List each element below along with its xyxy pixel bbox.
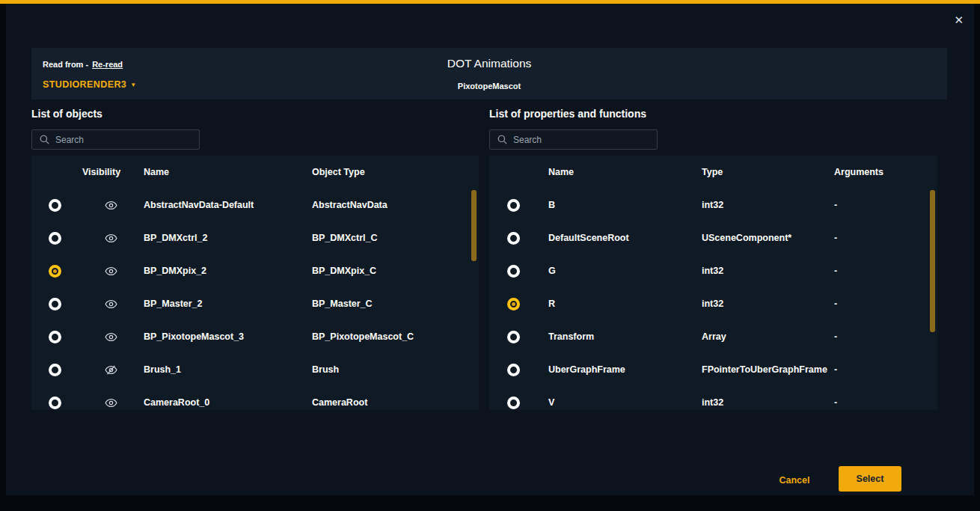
property-type: int32 bbox=[702, 266, 834, 276]
property-type: USceneComponent* bbox=[702, 233, 834, 243]
radio-button[interactable] bbox=[49, 298, 61, 310]
table-row[interactable]: BP_DMXpix_2 BP_DMXpix_C bbox=[31, 254, 479, 287]
radio-button[interactable] bbox=[49, 397, 61, 409]
visibility-icon[interactable] bbox=[105, 265, 117, 278]
column-header-type: Type bbox=[702, 167, 834, 177]
cancel-button[interactable]: Cancel bbox=[768, 471, 821, 489]
object-name: AbstractNavData-Default bbox=[144, 200, 312, 210]
property-type: int32 bbox=[702, 299, 834, 309]
radio-button[interactable] bbox=[49, 331, 61, 343]
properties-table-header: Name Type Arguments bbox=[489, 156, 937, 189]
property-type: int32 bbox=[702, 397, 834, 408]
property-name: DefaultSceneRoot bbox=[537, 233, 702, 243]
radio-button[interactable] bbox=[507, 364, 520, 376]
properties-panel-heading: List of properties and functions bbox=[489, 108, 646, 120]
column-header-name: Name bbox=[144, 167, 312, 177]
table-row[interactable]: AbstractNavData-Default AbstractNavData bbox=[31, 189, 479, 221]
column-header-object-type: Object Type bbox=[312, 167, 479, 177]
dot-animations-dialog: ✕ Read from -Re-read STUDIORENDER3▼ DOT … bbox=[6, 4, 974, 495]
property-arguments: - bbox=[834, 299, 937, 309]
dialog-title: DOT Animations bbox=[31, 57, 947, 70]
property-name: UberGraphFrame bbox=[537, 364, 702, 375]
visibility-icon[interactable] bbox=[105, 199, 117, 212]
property-name: Transform bbox=[537, 331, 702, 342]
visibility-icon[interactable] bbox=[105, 331, 117, 343]
table-row[interactable]: BP_Master_2 BP_Master_C bbox=[31, 287, 479, 320]
property-type: FPointerToUberGraphFrame bbox=[702, 364, 834, 375]
visibility-icon[interactable] bbox=[105, 397, 117, 409]
property-arguments: - bbox=[834, 200, 937, 210]
properties-search[interactable] bbox=[489, 129, 658, 150]
objects-panel-heading: List of objects bbox=[31, 108, 102, 120]
property-arguments: - bbox=[834, 233, 937, 243]
object-type: BP_DMXctrl_C bbox=[312, 233, 479, 243]
scrollbar[interactable] bbox=[471, 190, 477, 261]
column-header-arguments: Arguments bbox=[834, 167, 937, 177]
properties-search-input[interactable] bbox=[513, 135, 650, 145]
objects-search-input[interactable] bbox=[55, 135, 192, 145]
table-row[interactable]: G int32 - bbox=[489, 254, 937, 287]
table-row[interactable]: Brush_1 Brush bbox=[31, 353, 479, 386]
objects-table: Visibility Name Object Type AbstractNavD… bbox=[31, 156, 479, 410]
visibility-hidden-icon[interactable] bbox=[105, 364, 117, 376]
property-arguments: - bbox=[834, 331, 937, 342]
object-type: CameraRoot bbox=[312, 397, 479, 408]
dialog-subtitle: PixotopeMascot bbox=[31, 82, 947, 91]
object-name: BP_PixotopeMascot_3 bbox=[144, 331, 312, 342]
property-arguments: - bbox=[834, 364, 937, 375]
radio-button[interactable] bbox=[49, 364, 61, 376]
column-header-visibility: Visibility bbox=[78, 167, 144, 177]
object-name: BP_DMXpix_2 bbox=[144, 266, 312, 276]
radio-button[interactable] bbox=[507, 397, 520, 409]
column-header-name: Name bbox=[537, 167, 702, 177]
table-row[interactable]: CameraRoot_0 CameraRoot bbox=[31, 386, 479, 410]
radio-button[interactable] bbox=[49, 199, 61, 212]
properties-table: Name Type Arguments B int32 - DefaultSce… bbox=[489, 156, 937, 410]
object-name: Brush_1 bbox=[144, 364, 312, 375]
property-name: G bbox=[537, 266, 702, 276]
dialog-header: Read from -Re-read STUDIORENDER3▼ DOT An… bbox=[31, 48, 947, 100]
screen: ✕ Read from -Re-read STUDIORENDER3▼ DOT … bbox=[0, 0, 980, 511]
objects-table-header: Visibility Name Object Type bbox=[31, 156, 479, 189]
search-icon bbox=[497, 134, 508, 145]
property-name: B bbox=[537, 200, 702, 210]
object-type: BP_Master_C bbox=[312, 299, 479, 309]
property-name: R bbox=[537, 299, 702, 309]
property-arguments: - bbox=[834, 266, 937, 276]
table-row[interactable]: UberGraphFrame FPointerToUberGraphFrame … bbox=[489, 353, 937, 386]
table-row[interactable]: BP_DMXctrl_2 BP_DMXctrl_C bbox=[31, 221, 479, 254]
object-type: BP_DMXpix_C bbox=[312, 266, 479, 276]
search-icon bbox=[39, 134, 50, 145]
object-name: CameraRoot_0 bbox=[144, 397, 312, 408]
object-name: BP_Master_2 bbox=[144, 299, 312, 309]
radio-button[interactable] bbox=[507, 232, 520, 245]
radio-button[interactable] bbox=[507, 265, 520, 278]
object-type: AbstractNavData bbox=[312, 200, 479, 210]
table-row[interactable]: V int32 - bbox=[489, 386, 937, 410]
table-row[interactable]: R int32 - bbox=[489, 287, 937, 320]
table-row[interactable]: B int32 - bbox=[489, 189, 937, 221]
radio-button[interactable] bbox=[49, 232, 61, 245]
select-button[interactable]: Select bbox=[839, 466, 901, 492]
table-row[interactable]: Transform Array - bbox=[489, 320, 937, 353]
object-type: Brush bbox=[312, 364, 479, 375]
objects-search[interactable] bbox=[31, 129, 200, 150]
table-row[interactable]: DefaultSceneRoot USceneComponent* - bbox=[489, 221, 937, 254]
radio-button[interactable] bbox=[507, 199, 520, 212]
visibility-icon[interactable] bbox=[105, 298, 117, 310]
property-arguments: - bbox=[834, 397, 937, 408]
property-type: int32 bbox=[702, 200, 834, 210]
radio-button[interactable] bbox=[507, 331, 520, 343]
scrollbar[interactable] bbox=[930, 190, 935, 332]
radio-button[interactable] bbox=[49, 265, 61, 278]
visibility-icon[interactable] bbox=[105, 232, 117, 245]
object-name: BP_DMXctrl_2 bbox=[144, 233, 312, 243]
close-icon[interactable]: ✕ bbox=[954, 14, 964, 25]
radio-button[interactable] bbox=[507, 298, 520, 310]
table-row[interactable]: BP_PixotopeMascot_3 BP_PixotopeMascot_C bbox=[31, 320, 479, 353]
property-type: Array bbox=[702, 331, 834, 342]
object-type: BP_PixotopeMascot_C bbox=[312, 331, 479, 342]
property-name: V bbox=[537, 397, 702, 408]
